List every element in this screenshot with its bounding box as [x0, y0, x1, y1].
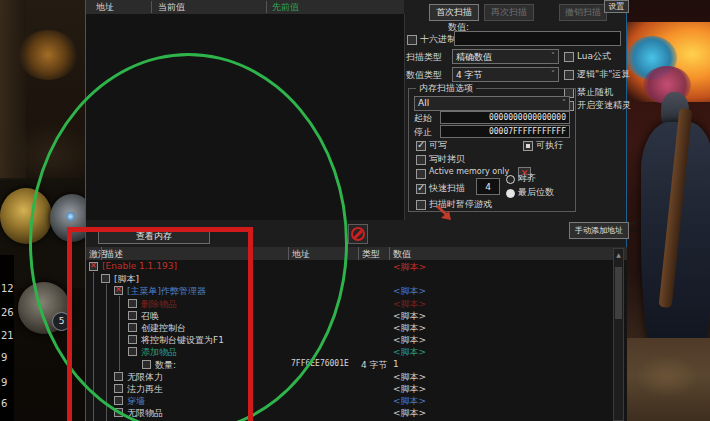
found-col-current[interactable]: 当前值 [158, 1, 185, 14]
screenshot-stage: 5 122621996 地址 当前值 先前值 首次扫描 再次扫描 撤销扫描 设置… [0, 0, 710, 421]
background-number: 12 [1, 283, 13, 294]
align-label: 对齐 [518, 172, 536, 185]
row-value: <脚本> [393, 371, 426, 384]
row-type: 4 字节 [361, 359, 388, 372]
found-col-previous[interactable]: 先前值 [272, 1, 299, 14]
fast-scan-alignment-input[interactable]: 4 [476, 178, 500, 195]
column-divider[interactable] [151, 1, 152, 13]
next-scan-button[interactable]: 再次扫描 [484, 4, 534, 21]
copy-on-write-label: 写时拷贝 [429, 153, 465, 166]
value-type-select[interactable]: 4 字节 ˅ [452, 67, 559, 82]
row-value: <脚本> [393, 383, 426, 396]
scan-type-value: 精确数值 [456, 52, 492, 62]
column-divider[interactable] [358, 247, 359, 260]
column-divider[interactable] [389, 247, 390, 260]
executable-label: 可执行 [536, 139, 563, 152]
row-value: <脚本> [393, 407, 426, 420]
region-value: All [418, 98, 429, 108]
copy-on-write-checkbox[interactable] [416, 155, 426, 165]
background-number: 6 [1, 398, 13, 409]
writable-checkbox[interactable] [416, 141, 426, 151]
row-value: <脚本> [393, 310, 426, 323]
no-entry-icon [351, 227, 365, 241]
chevron-down-icon: ˅ [562, 99, 566, 108]
stop-label: 停止 [414, 126, 432, 139]
block-random-label: 禁止随机 [577, 86, 613, 99]
scan-type-label: 扫描类型 [406, 51, 442, 64]
torch-glow [18, 30, 78, 80]
start-label: 起始 [414, 112, 432, 125]
row-value: <脚本> [393, 298, 426, 311]
chevron-down-icon: ˅ [551, 52, 555, 61]
column-divider[interactable] [266, 1, 267, 13]
background-number-column: 122621996 [0, 255, 14, 421]
row-value: <脚本> [393, 346, 426, 359]
add-address-button[interactable]: 手动添加地址 [569, 222, 629, 239]
row-value: <脚本> [393, 322, 426, 335]
region-select[interactable]: All ˅ [414, 96, 570, 111]
annotation-red-rectangle [67, 227, 253, 421]
executable-checkbox[interactable] [523, 141, 533, 151]
last-digits-radio[interactable] [506, 189, 515, 198]
scan-type-select[interactable]: 精确数值 ˅ [452, 49, 559, 64]
active-memory-label: Active memory only [429, 167, 509, 176]
lua-formula-label: Lua公式 [577, 50, 611, 63]
hex-label: 十六进制 [420, 33, 456, 46]
value-type-label: 数值类型 [406, 69, 442, 82]
pause-game-checkbox[interactable] [416, 200, 426, 210]
row-value: <脚本> [393, 261, 426, 274]
first-scan-button[interactable]: 首次扫描 [429, 4, 479, 21]
last-digits-label: 最后位数 [518, 186, 554, 199]
scan-direction-arrow-icon [433, 203, 455, 223]
fast-scan-label: 快速扫描 [429, 182, 465, 195]
ground-path [627, 338, 710, 421]
stop-address-input[interactable]: 00007FFFFFFFFFFF [440, 125, 570, 138]
settings-button[interactable]: 设置 [604, 0, 629, 13]
row-value: <脚本> [393, 334, 426, 347]
undo-scan-button[interactable]: 撤销扫描 [559, 4, 607, 21]
chevron-down-icon: ˅ [551, 70, 555, 79]
stop-icon-frame[interactable] [348, 224, 368, 244]
logic-not-checkbox[interactable] [564, 70, 574, 80]
row-value: 1 [393, 359, 399, 369]
speedhack-label: 开启变速精灵 [577, 99, 631, 112]
scrollbar-thumb[interactable] [615, 267, 622, 319]
game-background-right [627, 0, 710, 421]
found-list-header: 地址 当前值 先前值 [86, 0, 404, 15]
value-type-value: 4 字节 [456, 70, 483, 80]
start-address-input[interactable]: 0000000000000000 [440, 111, 570, 124]
row-value: <脚本> [393, 285, 426, 298]
align-radio[interactable] [506, 175, 515, 184]
table-scrollbar[interactable]: ▲ [613, 248, 624, 421]
background-number: 21 [1, 330, 13, 341]
memory-scan-options-title: 内存扫描选项 [416, 82, 476, 95]
background-number: 9 [1, 377, 13, 388]
found-col-address[interactable]: 地址 [96, 1, 114, 14]
background-number: 9 [1, 352, 13, 363]
scroll-up-icon[interactable]: ▲ [614, 250, 623, 259]
value-input[interactable] [454, 31, 621, 46]
background-number: 26 [1, 307, 13, 318]
hex-checkbox[interactable] [407, 35, 417, 45]
row-value: <脚本> [393, 395, 426, 408]
writable-label: 可写 [429, 139, 447, 152]
active-memory-checkbox[interactable] [416, 169, 426, 179]
logic-not-label: 逻辑"非"运算 [577, 68, 630, 81]
lua-formula-checkbox[interactable] [564, 52, 574, 62]
fast-scan-checkbox[interactable] [416, 184, 426, 194]
